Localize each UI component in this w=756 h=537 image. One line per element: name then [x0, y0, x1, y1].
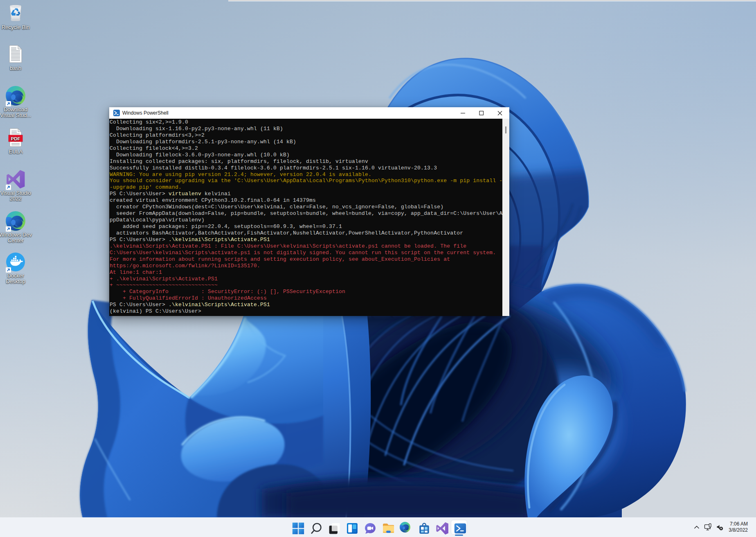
svg-text:PDF: PDF — [11, 136, 20, 141]
